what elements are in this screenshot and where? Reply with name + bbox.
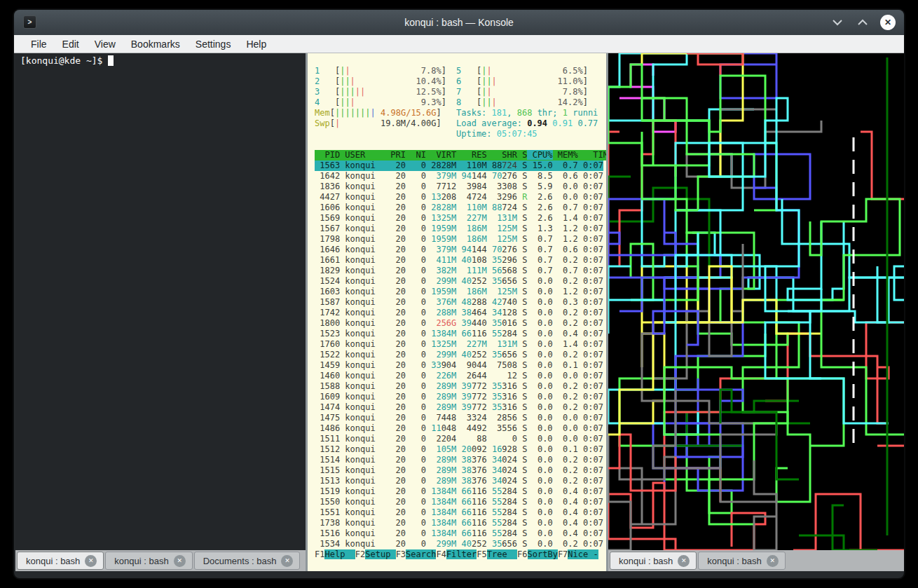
chevron-up-icon <box>857 19 868 26</box>
htop-cpu-meter-row: 4 [||| 9.3%]8 [||| 14.2%] <box>315 97 588 108</box>
htop-row[interactable]: 1800 konqui 20 0 256G 39440 35016 S 0.0 … <box>315 318 603 329</box>
terminal-pane-pipes[interactable] <box>608 53 905 550</box>
tab-left-1[interactable]: konqui : bash✕ <box>105 552 192 570</box>
pipe-segment <box>608 266 821 435</box>
htop-row[interactable]: 1512 konqui 20 0 105M 20092 16928 S 0.0 … <box>315 444 603 455</box>
konsole-window: > konqui : bash — Konsole ✕ FileEditView… <box>13 8 905 580</box>
minimize-button[interactable] <box>830 15 845 30</box>
tab-label: konqui : bash <box>26 556 80 566</box>
pipe-segment <box>687 53 743 76</box>
tab-label: konqui : bash <box>707 556 761 566</box>
menu-bar: FileEditViewBookmarksSettingsHelp <box>14 35 904 53</box>
htop-cpu-meter-row: 2 [||| 10.4%]6 [||| 11.0%] <box>315 76 588 87</box>
htop-fkey-bar[interactable]: F1Help F2Setup F3SearchF4FilterF5Tree F6… <box>315 549 598 560</box>
maximize-button[interactable] <box>855 15 870 30</box>
htop-swp-load-row: Swp[| 19.8M/4.00G]Load average: 0.94 0.9… <box>315 118 598 129</box>
htop-mem-tasks-row: Mem[|||||||| 4.98G/15.6G]Tasks: 181, 868… <box>315 108 598 118</box>
htop-row[interactable]: 4427 konqui 20 0 13208 4724 3296 R 2.6 0… <box>315 192 603 203</box>
pipes-screensaver <box>608 53 905 550</box>
title-bar[interactable]: > konqui : bash — Konsole ✕ <box>14 10 904 35</box>
htop-row[interactable]: 1474 konqui 20 0 289M 39772 35316 S 0.0 … <box>315 402 603 413</box>
pipe-segment <box>608 483 765 550</box>
htop-row[interactable]: 1606 konqui 20 0 2828M 110M 88724 S 2.6 … <box>315 203 603 213</box>
pipe-segment <box>642 53 743 177</box>
pipe-segment <box>608 132 619 255</box>
htop-row[interactable]: 1460 konqui 20 0 226M 2644 12 S 0.0 0.0 … <box>315 371 603 381</box>
htop-row[interactable]: 1567 konqui 20 0 1959M 186M 125M S 1.3 1… <box>315 224 603 234</box>
pipe-segment <box>810 199 905 435</box>
tab-label: Documents : bash <box>203 556 277 566</box>
htop-row[interactable]: 1459 konqui 20 0 33904 9044 7508 S 0.0 0… <box>315 360 603 371</box>
htop-row[interactable]: 1646 konqui 20 0 379M 94144 70276 S 0.7 … <box>315 245 603 255</box>
htop-row[interactable]: 1522 konqui 20 0 299M 40252 35656 S 0.0 … <box>315 350 603 360</box>
htop-row[interactable]: 1515 konqui 20 0 289M 38376 34024 S 0.0 … <box>315 465 603 476</box>
htop-uptime-row: Uptime: 05:07:45 <box>315 129 537 139</box>
htop-row[interactable]: 1569 konqui 20 0 1325M 227M 131M S 2.6 1… <box>315 213 603 224</box>
htop-row[interactable]: 1836 konqui 20 0 7712 3984 3308 S 5.9 0.… <box>315 182 603 192</box>
htop-row[interactable]: 1588 konqui 20 0 289M 39772 35316 S 0.0 … <box>315 381 603 392</box>
terminal-pane-left[interactable]: [konqui@kde ~]$ <box>15 53 306 550</box>
htop-row[interactable]: 1523 konqui 20 0 1384M 66116 55284 S 0.0… <box>315 329 603 339</box>
window-controls: ✕ <box>830 10 896 35</box>
menu-item-help[interactable]: Help <box>238 39 274 50</box>
htop-row[interactable]: 1551 konqui 20 0 1384M 66116 55284 S 0.0… <box>315 507 603 518</box>
close-button[interactable]: ✕ <box>880 15 896 30</box>
htop-cpu-meter-row: 1 [|| 7.8%]5 [|| 6.5%] <box>315 66 588 76</box>
htop-row[interactable]: 1587 konqui 20 0 376M 48288 42740 S 0.0 … <box>315 297 603 308</box>
htop-row[interactable]: 1742 konqui 20 0 288M 38464 34128 S 0.0 … <box>315 308 603 318</box>
menu-item-edit[interactable]: Edit <box>55 39 87 50</box>
text-cursor <box>108 55 114 66</box>
shell-prompt: [konqui@kde ~]$ <box>20 55 114 66</box>
htop-row[interactable]: 1475 konqui 20 0 7448 3324 2856 S 0.0 0.… <box>315 413 603 423</box>
tab-left-2[interactable]: Documents : bash✕ <box>194 552 301 570</box>
tab-close-icon[interactable]: ✕ <box>767 555 779 567</box>
menu-item-view[interactable]: View <box>87 39 123 50</box>
window-title: konqui : bash — Konsole <box>404 17 514 28</box>
htop-row[interactable]: 1516 konqui 20 0 1384M 66116 55284 S 0.0… <box>315 528 603 539</box>
tab-close-icon[interactable]: ✕ <box>281 555 293 567</box>
tab-bar-left: konqui : bash✕konqui : bash✕Documents : … <box>15 550 306 571</box>
htop-table-header[interactable]: PID USER PRI NI VIRT RES SHR S CPU% MEM%… <box>315 150 606 160</box>
menu-item-bookmarks[interactable]: Bookmarks <box>123 39 188 50</box>
htop-row[interactable]: 1563 konqui 20 0 2828M 110M 88724 S 15.0… <box>315 160 603 171</box>
tab-label: konqui : bash <box>114 556 168 566</box>
htop-row[interactable]: 1738 konqui 20 0 1384M 66116 55284 S 0.0… <box>315 518 603 528</box>
tab-close-icon[interactable]: ✕ <box>678 555 690 567</box>
menu-item-file[interactable]: File <box>23 39 55 50</box>
htop-row[interactable]: 1760 konqui 20 0 1325M 227M 131M S 0.0 1… <box>315 339 603 350</box>
htop-cpu-meter-row: 3 [||||| 12.5%]7 [|| 7.8%] <box>315 87 588 97</box>
tab-right-0[interactable]: konqui : bash✕ <box>610 552 697 570</box>
htop-row[interactable]: 1829 konqui 20 0 382M 111M 56568 S 0.7 0… <box>315 266 603 276</box>
pipe-segment <box>653 390 776 550</box>
htop-row[interactable]: 1534 konqui 20 0 299M 40252 35656 S 0.0 … <box>315 539 603 549</box>
htop-row[interactable]: 1642 konqui 20 0 379M 94144 70276 S 8.5 … <box>315 171 603 182</box>
chevron-down-icon <box>832 19 843 26</box>
tab-label: konqui : bash <box>619 556 673 566</box>
htop-row[interactable]: 1514 konqui 20 0 289M 38376 34024 S 0.0 … <box>315 455 603 465</box>
htop-row[interactable]: 1609 konqui 20 0 289M 39772 35316 S 0.0 … <box>315 392 603 402</box>
htop-row[interactable]: 1524 konqui 20 0 299M 40252 35656 S 0.0 … <box>315 276 603 287</box>
htop-row[interactable]: 1798 konqui 20 0 1959M 186M 125M S 0.7 1… <box>315 234 603 245</box>
pipe-segment <box>799 505 877 550</box>
tab-right-1[interactable]: konqui : bash✕ <box>698 552 785 570</box>
konsole-app-icon[interactable]: > <box>23 15 36 29</box>
terminal-pane-htop[interactable]: 1 [|| 7.8%]5 [|| 6.5%]2 [||| 10.4%]6 [||… <box>308 53 606 571</box>
window-content: [konqui@kde ~]$ 1 [|| 7.8%]5 [|| 6.5%]2 … <box>15 53 905 571</box>
pipe-segment <box>608 435 676 550</box>
htop-row[interactable]: 1603 konqui 20 0 1959M 186M 125M S 0.0 1… <box>315 287 603 297</box>
menu-item-settings[interactable]: Settings <box>188 39 239 50</box>
close-icon: ✕ <box>884 18 891 27</box>
tab-left-0[interactable]: konqui : bash✕ <box>17 552 104 570</box>
pipe-segment <box>709 98 821 378</box>
pipe-segment <box>788 221 844 300</box>
htop-row[interactable]: 1519 konqui 20 0 1384M 66116 55284 S 0.0… <box>315 486 603 497</box>
tab-close-icon[interactable]: ✕ <box>174 555 186 567</box>
tab-close-icon[interactable]: ✕ <box>85 555 97 567</box>
tab-bar-right: konqui : bash✕konqui : bash✕ <box>608 550 905 571</box>
htop-row[interactable]: 1550 konqui 20 0 1384M 66116 55284 S 0.0… <box>315 497 603 507</box>
htop-row[interactable]: 1486 konqui 20 0 11048 4492 3556 S 0.0 0… <box>315 423 603 434</box>
htop-row[interactable]: 1511 konqui 20 0 2204 88 0 S 0.0 0.0 0:0… <box>315 434 603 444</box>
htop-row[interactable]: 1661 konqui 20 0 411M 40108 35296 S 0.7 … <box>315 255 603 266</box>
htop-blank-row <box>315 139 320 150</box>
htop-row[interactable]: 1513 konqui 20 0 289M 38376 34024 S 0.0 … <box>315 476 603 486</box>
